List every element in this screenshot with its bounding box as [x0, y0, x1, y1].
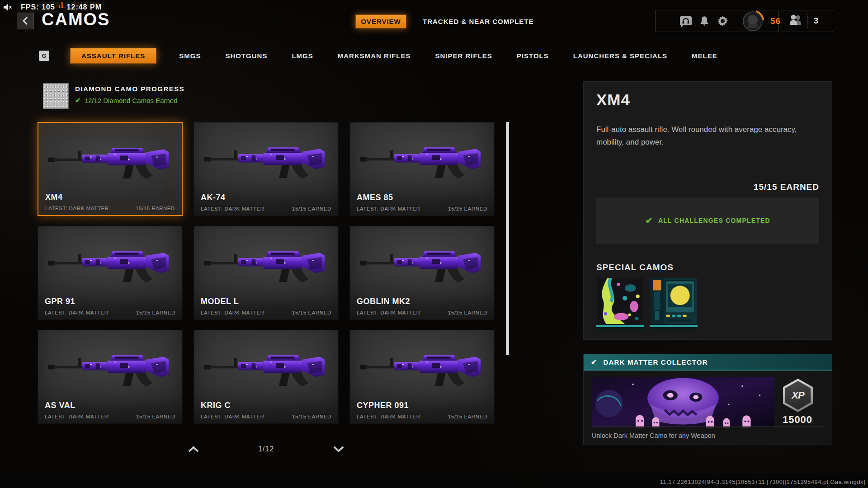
latest-camo-label: LATEST: DARK MATTER — [201, 310, 264, 315]
weapon-name: GPR 91 — [45, 297, 75, 306]
detail-weapon-name: XM4 — [596, 91, 630, 109]
player-avatar[interactable] — [741, 10, 764, 33]
grid-pagination: 1/12 — [38, 445, 495, 453]
latest-camo-label: LATEST: DARK MATTER — [357, 414, 420, 419]
collector-header[interactable]: ✔ DARK MATTER COLLECTOR — [584, 354, 832, 371]
clock: 12:48 PM — [63, 2, 105, 13]
weapon-image — [47, 338, 174, 396]
weapon-name: KRIG C — [201, 401, 231, 410]
earned-count: 15/15 EARNED — [136, 206, 175, 211]
earned-count: 15/15 EARNED — [292, 310, 331, 315]
xp-amount: 15000 — [778, 414, 817, 426]
earned-count: 15/15 EARNED — [448, 206, 487, 211]
keybind-hint: G — [39, 51, 49, 61]
weapon-detail-panel: XM4 Full-auto assault rifle. Well rounde… — [583, 81, 832, 340]
menu-grid-icon[interactable] — [661, 17, 673, 25]
latest-camo-label: LATEST: DARK MATTER — [201, 414, 264, 419]
progress-status: 12/12 Diamond Camos Earned — [85, 97, 178, 104]
weapon-card-xm4[interactable]: XM4 LATEST: DARK MATTER15/15 EARNED — [38, 122, 183, 216]
tab-lmgs[interactable]: LMGS — [290, 48, 315, 63]
camo-swatch-image — [596, 278, 644, 324]
muted-speaker-icon — [3, 3, 13, 12]
weapon-card-krigc[interactable]: KRIG C LATEST: DARK MATTER15/15 EARNED — [193, 330, 339, 424]
earned-count: 15/15 EARNED — [136, 310, 175, 315]
weapon-card-asval[interactable]: AS VAL LATEST: DARK MATTER15/15 EARNED — [38, 330, 183, 424]
latest-camo-label: LATEST: DARK MATTER — [201, 206, 264, 211]
challenges-completed-label: ALL CHALLENGES COMPLETED — [658, 217, 770, 224]
check-icon: ✔ — [645, 215, 653, 226]
tab-assault-rifles[interactable]: ASSAULT RIFLES — [70, 48, 156, 64]
weapon-card-cypher091[interactable]: CYPHER 091 LATEST: DARK MATTER15/15 EARN… — [349, 330, 495, 424]
detail-weapon-description: Full-auto assault rifle. Well rounded wi… — [596, 123, 822, 149]
divider — [596, 176, 819, 176]
back-button[interactable] — [17, 12, 34, 29]
weapon-name: XM4 — [45, 192, 63, 202]
check-icon: ✔ — [591, 358, 597, 366]
header-icon-bar: 56 — [655, 10, 779, 32]
latest-camo-label: LATEST: DARK MATTER — [45, 206, 109, 211]
tab-tracked-near-complete[interactable]: TRACKED & NEAR COMPLETE — [423, 18, 534, 25]
notifications-bell-icon[interactable] — [698, 15, 710, 27]
weapon-card-goblinmk2[interactable]: GOBLIN MK2 LATEST: DARK MATTER15/15 EARN… — [349, 226, 495, 320]
camo-footer — [596, 327, 644, 331]
camo-swatch-image — [650, 278, 698, 324]
weapon-card-modell[interactable]: MODEL L LATEST: DARK MATTER15/15 EARNED — [193, 226, 339, 320]
party-count: 3 — [814, 16, 818, 26]
support-headset-icon[interactable] — [679, 15, 692, 27]
dark-matter-collector-panel: ✔ DARK MATTER COLLECTOR — [583, 354, 832, 445]
weapon-image — [359, 338, 486, 396]
tab-overview[interactable]: OVERVIEW — [355, 14, 406, 28]
build-version: 11.17.22613024[94-3.3145]10553+11:[7300]… — [660, 479, 865, 485]
weapon-card-ak74[interactable]: AK-74 LATEST: DARK MATTER15/15 EARNED — [193, 122, 339, 216]
tab-pistols[interactable]: PISTOLS — [515, 48, 551, 63]
tab-sniper-rifles[interactable]: SNIPER RIFLES — [433, 48, 494, 63]
latest-camo-label: LATEST: DARK MATTER — [357, 206, 420, 211]
tab-shotguns[interactable]: SHOTGUNS — [223, 48, 269, 63]
latest-camo-label: LATEST: DARK MATTER — [45, 414, 108, 419]
divider — [807, 14, 808, 28]
xp-label: XP — [785, 381, 811, 410]
tab-launchers-specials[interactable]: LAUNCHERS & SPECIALS — [571, 48, 669, 63]
collector-description: Unlock Dark Matter Camo for any Weapon — [592, 432, 715, 439]
page-up-button[interactable] — [188, 446, 199, 452]
earned-count: 15/15 EARNED — [292, 206, 331, 211]
tab-marksman-rifles[interactable]: MARKSMAN RIFLES — [336, 48, 413, 63]
camo-footer — [650, 327, 698, 331]
friends-icon — [788, 14, 802, 28]
page-down-button[interactable] — [333, 446, 344, 452]
weapon-card-ames85[interactable]: AMES 85 LATEST: DARK MATTER15/15 EARNED — [349, 122, 495, 216]
settings-gear-icon[interactable] — [717, 15, 729, 27]
party-widget[interactable]: 3 — [782, 10, 833, 32]
player-level: 56 — [770, 16, 781, 26]
weapon-image — [203, 338, 330, 396]
tab-smgs[interactable]: SMGS — [177, 48, 203, 63]
special-camo-psychedelic[interactable] — [596, 278, 644, 331]
grid-scrollbar[interactable] — [506, 122, 509, 355]
earned-count: 15/15 EARNED — [448, 310, 487, 315]
weapon-image — [359, 130, 486, 188]
diamond-camo-progress: DIAMOND CAMO PROGRESS ✔ 12/12 Diamond Ca… — [43, 83, 184, 109]
xp-badge-icon: XP — [783, 379, 813, 412]
system-hud: FPS: 105 12:48 PM — [3, 2, 105, 13]
progress-title: DIAMOND CAMO PROGRESS — [75, 85, 184, 93]
page-indicator: 1/12 — [258, 445, 274, 453]
tab-melee[interactable]: MELEE — [690, 48, 719, 63]
latest-camo-label: LATEST: DARK MATTER — [357, 310, 420, 315]
diamond-camo-thumbnail — [43, 83, 69, 109]
dark-matter-banner-image — [592, 377, 774, 427]
weapon-name: MODEL L — [201, 297, 239, 306]
special-camo-crt[interactable] — [650, 278, 698, 331]
page-title: CAMOS — [42, 10, 110, 29]
collector-title: DARK MATTER COLLECTOR — [603, 358, 708, 366]
back-chevron-icon — [22, 16, 28, 25]
weapon-card-gpr91[interactable]: GPR 91 LATEST: DARK MATTER15/15 EARNED — [38, 226, 183, 320]
earned-count: 15/15 EARNED — [448, 414, 487, 419]
earned-count: 15/15 EARNED — [136, 414, 175, 419]
weapon-name: AMES 85 — [357, 193, 393, 202]
weapon-image — [47, 130, 174, 189]
weapon-image — [359, 234, 486, 292]
detail-earned-count: 15/15 EARNED — [754, 182, 819, 192]
weapon-name: AK-74 — [201, 193, 226, 202]
weapon-name: AS VAL — [45, 401, 75, 410]
weapon-name: CYPHER 091 — [357, 401, 409, 410]
